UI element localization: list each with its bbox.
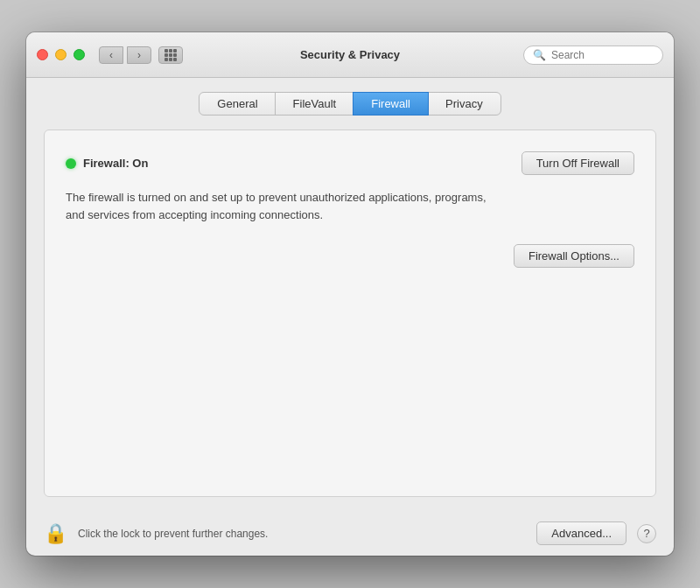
minimize-button[interactable] [55,49,66,60]
turn-off-firewall-button[interactable]: Turn Off Firewall [522,151,634,175]
tab-general[interactable]: General [199,92,276,116]
help-button[interactable]: ? [637,524,656,543]
firewall-status-dot [66,158,76,169]
tab-firewall[interactable]: Firewall [353,92,429,116]
tab-bar: General FileVault Firewall Privacy [44,92,656,116]
options-row: Firewall Options... [66,244,634,268]
firewall-description: The firewall is turned on and set up to … [66,189,503,223]
firewall-status-label: Firewall: On [83,157,148,170]
back-button[interactable]: ‹ [99,46,123,64]
close-button[interactable] [37,49,48,60]
forward-button[interactable]: › [127,46,151,64]
search-icon: 🔍 [533,49,546,61]
advanced-button[interactable]: Advanced... [536,522,626,545]
grid-button[interactable] [158,46,183,64]
lock-text: Click the lock to prevent further change… [78,528,526,540]
back-icon: ‹ [109,49,113,61]
search-box[interactable]: 🔍 [523,46,663,65]
main-panel: Firewall: On Turn Off Firewall The firew… [44,130,656,497]
help-icon: ? [643,527,649,540]
tab-privacy[interactable]: Privacy [427,92,501,116]
search-input[interactable] [551,49,654,61]
maximize-button[interactable] [74,49,85,60]
forward-icon: › [137,49,141,61]
titlebar: ‹ › Security & Privacy 🔍 [26,32,674,78]
grid-icon [164,49,177,61]
status-left: Firewall: On [66,157,148,170]
window-title: Security & Privacy [300,48,400,61]
bottom-bar: 🔒 Click the lock to prevent further chan… [26,511,674,556]
lock-icon[interactable]: 🔒 [44,522,67,545]
main-window: ‹ › Security & Privacy 🔍 General FileVau… [26,32,674,556]
firewall-options-button[interactable]: Firewall Options... [514,244,634,268]
tab-filevault[interactable]: FileVault [275,92,355,116]
traffic-lights [37,49,85,60]
content-area: General FileVault Firewall Privacy Firew… [26,78,674,511]
firewall-status-row: Firewall: On Turn Off Firewall [66,151,634,175]
nav-buttons: ‹ › [99,46,151,64]
